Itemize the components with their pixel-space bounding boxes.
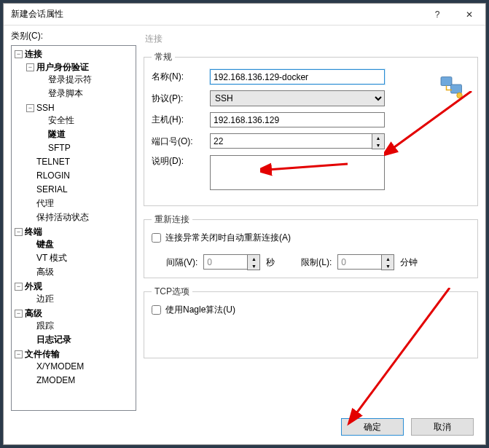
spin-down-icon: ▼ xyxy=(248,262,259,270)
tree-advanced[interactable]: 高级 xyxy=(25,307,42,320)
collapse-icon[interactable]: − xyxy=(26,104,34,112)
tcp-group: TCP选项 使用Nagle算法(U) xyxy=(144,286,478,358)
close-icon: ✕ xyxy=(466,9,473,20)
general-group: 常规 名称(N): 协议(P): SSH xyxy=(144,51,478,206)
collapse-icon[interactable]: − xyxy=(15,228,23,236)
tcp-legend: TCP选项 xyxy=(152,286,192,298)
reconnect-group: 重新连接 连接异常关闭时自动重新连接(A) 间隔(V): ▲▼ 秒 xyxy=(144,213,478,278)
collapse-icon[interactable]: − xyxy=(15,310,23,318)
reconnect-checkbox[interactable] xyxy=(152,233,161,243)
minutes-label: 分钟 xyxy=(400,256,418,269)
category-tree[interactable]: −连接 −用户身份验证 登录提示符 登录脚本 −SSH xyxy=(11,45,136,411)
collapse-icon[interactable]: − xyxy=(15,283,23,291)
spin-down-icon[interactable]: ▼ xyxy=(372,141,384,149)
host-label: 主机(H): xyxy=(152,114,210,126)
tree-rlogin[interactable]: RLOGIN xyxy=(36,170,70,182)
collapse-icon[interactable]: − xyxy=(26,63,34,71)
tree-keyboard[interactable]: 键盘 xyxy=(36,238,54,251)
titlebar: 新建会话属性 ? ✕ xyxy=(4,4,485,25)
pane-header: 连接 xyxy=(144,30,478,51)
svg-rect-1 xyxy=(451,85,462,93)
tree-tunnel[interactable]: 隧道 xyxy=(48,128,66,141)
desc-input[interactable] xyxy=(210,155,385,190)
tree-zmodem[interactable]: ZMODEM xyxy=(36,374,75,387)
ok-button[interactable]: 确定 xyxy=(341,418,404,436)
tree-telnet[interactable]: TELNET xyxy=(36,156,70,168)
cancel-button[interactable]: 取消 xyxy=(411,418,474,436)
spin-down-icon: ▼ xyxy=(382,262,394,270)
tree-ssh[interactable]: SSH xyxy=(36,102,55,114)
tree-security[interactable]: 安全性 xyxy=(48,114,74,127)
tree-trace[interactable]: 跟踪 xyxy=(36,320,54,332)
tree-sftp[interactable]: SFTP xyxy=(48,142,71,154)
nagle-label: 使用Nagle算法(U) xyxy=(165,304,235,316)
spin-up-icon: ▲ xyxy=(382,255,394,262)
spin-up-icon[interactable]: ▲ xyxy=(372,134,384,141)
collapse-icon[interactable]: − xyxy=(15,350,23,358)
tree-proxy[interactable]: 代理 xyxy=(36,197,54,210)
tree-adv-term[interactable]: 高级 xyxy=(36,266,54,278)
tree-user-auth[interactable]: 用户身份验证 xyxy=(36,61,89,74)
collapse-icon[interactable]: − xyxy=(15,50,23,58)
limit-label: 限制(L): xyxy=(301,256,332,269)
interval-spinner[interactable]: ▲▼ xyxy=(203,254,260,270)
nagle-checkbox[interactable] xyxy=(152,305,161,315)
port-spinner[interactable]: ▲▼ xyxy=(210,133,385,149)
host-input[interactable] xyxy=(210,112,385,127)
window-title: 新建会话属性 xyxy=(11,8,421,20)
tree-vt[interactable]: VT 模式 xyxy=(36,252,67,264)
help-icon: ? xyxy=(435,9,440,20)
desc-label: 说明(D): xyxy=(152,155,210,168)
tree-log[interactable]: 日志记录 xyxy=(36,334,71,346)
tree-serial[interactable]: SERIAL xyxy=(36,184,68,196)
limit-input xyxy=(337,254,381,270)
seconds-label: 秒 xyxy=(266,256,275,269)
tree-margin[interactable]: 边距 xyxy=(36,293,54,305)
close-button[interactable]: ✕ xyxy=(453,4,485,25)
protocol-select[interactable]: SSH xyxy=(210,90,385,106)
spin-up-icon: ▲ xyxy=(248,255,259,262)
tree-login-script[interactable]: 登录脚本 xyxy=(48,87,83,100)
reconnect-label: 连接异常关闭时自动重新连接(A) xyxy=(165,232,291,244)
protocol-label: 协议(P): xyxy=(152,93,210,105)
interval-label: 间隔(V): xyxy=(166,256,197,269)
name-input[interactable] xyxy=(210,69,385,85)
interval-input xyxy=(203,254,247,270)
limit-spinner[interactable]: ▲▼ xyxy=(337,254,394,270)
help-button[interactable]: ? xyxy=(421,4,453,25)
svg-point-2 xyxy=(457,93,463,98)
general-legend: 常规 xyxy=(152,51,175,63)
network-icon xyxy=(439,74,465,100)
name-label: 名称(N): xyxy=(152,71,210,83)
category-label: 类别(C): xyxy=(11,30,136,42)
reconnect-legend: 重新连接 xyxy=(152,213,192,226)
tree-login-prompt[interactable]: 登录提示符 xyxy=(48,74,92,86)
tree-appearance[interactable]: 外观 xyxy=(25,280,42,293)
tree-terminal[interactable]: 终端 xyxy=(25,226,42,238)
port-input[interactable] xyxy=(210,133,372,149)
tree-connection[interactable]: 连接 xyxy=(25,48,42,60)
svg-rect-0 xyxy=(441,77,452,86)
tree-xymodem[interactable]: X/YMODEM xyxy=(36,361,84,373)
tree-keepalive[interactable]: 保持活动状态 xyxy=(36,211,89,224)
port-label: 端口号(O): xyxy=(152,135,210,148)
tree-file-transfer[interactable]: 文件传输 xyxy=(25,348,60,361)
